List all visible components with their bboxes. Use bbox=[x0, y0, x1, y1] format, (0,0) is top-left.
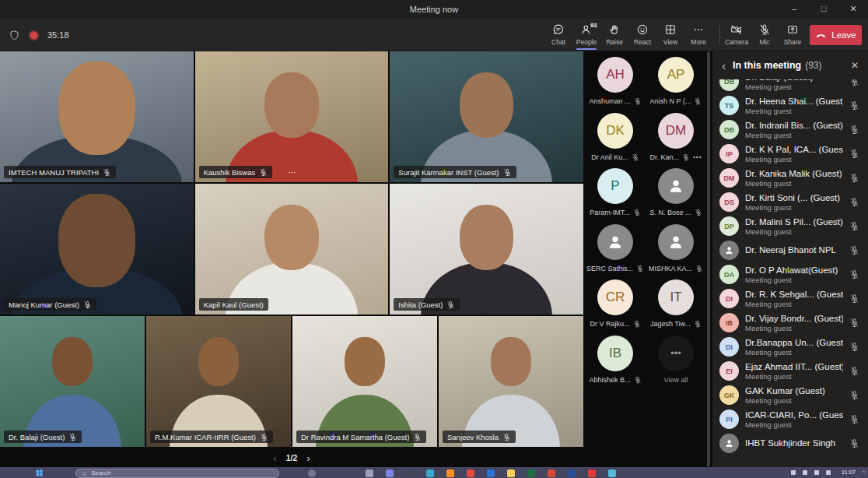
taskbar-pinned-icon[interactable] bbox=[308, 469, 316, 477]
participant-row[interactable]: Dr. Neeraj Bhanot NPL bbox=[712, 238, 868, 262]
participant-row[interactable]: IB Dr. Vijay Bondr... (Guest) Meeting gu… bbox=[712, 311, 868, 335]
participant-row[interactable]: DP Dr. Malini S Pil... (Guest) Meeting g… bbox=[712, 214, 868, 238]
avatar: CR bbox=[597, 279, 633, 315]
video-tile[interactable]: Dr Ravindra M Samartha (Guest) bbox=[292, 316, 437, 447]
toolbar-people-button[interactable]: 93 People bbox=[572, 19, 600, 51]
taskbar-icon-monitor[interactable] bbox=[406, 469, 414, 477]
taskbar-icon-folder[interactable] bbox=[507, 469, 515, 477]
taskbar-icon-excel[interactable] bbox=[527, 469, 535, 477]
taskbar-icon-word[interactable] bbox=[568, 469, 576, 477]
taskbar-icon-teams[interactable] bbox=[386, 469, 394, 477]
participant-role: Meeting guest bbox=[745, 348, 843, 357]
tile-name-label: Kapil Kaul (Guest) bbox=[199, 298, 268, 311]
taskbar-icon-outlook[interactable] bbox=[487, 469, 495, 477]
participant-row[interactable]: DA Dr. O P Ahlawat(Guest) Meeting guest bbox=[712, 262, 868, 286]
participant-row[interactable]: IHBT Sukhjinder Singh bbox=[712, 431, 868, 455]
participant-row[interactable]: DI Dr. R. K Sehgal... (Guest) Meeting gu… bbox=[712, 286, 868, 311]
audio-participant-cell[interactable]: DM Dr. Kan... ••• bbox=[646, 113, 706, 169]
meeting-toolbar: 35:18 Chat 93 People Raise React View Mo… bbox=[0, 19, 868, 51]
video-tile[interactable]: Kapil Kaul (Guest) bbox=[195, 184, 389, 315]
taskbar-icon-powerpoint[interactable] bbox=[548, 469, 555, 477]
start-button[interactable] bbox=[35, 469, 44, 477]
mic-off-icon bbox=[849, 438, 859, 448]
taskbar-icon-misc[interactable] bbox=[608, 469, 616, 477]
taskbar-search-input[interactable]: Search bbox=[75, 469, 279, 478]
participant-name: Dr. Vijay Bondr... (Guest) bbox=[745, 314, 843, 324]
more-icon[interactable]: ••• bbox=[693, 153, 702, 160]
next-page-button[interactable]: › bbox=[306, 452, 310, 464]
video-tile[interactable]: R.M.Kumar ICAR-IIRR (Guest) bbox=[146, 316, 291, 447]
people-count-badge: 93 bbox=[590, 22, 597, 29]
toolbar-button-label: React bbox=[634, 38, 651, 46]
participant-row[interactable]: DS Dr. Kirti Soni (... (Guest) Meeting g… bbox=[712, 190, 868, 214]
taskbar-icon-chrome[interactable] bbox=[467, 469, 474, 477]
toolbar-raise-button[interactable]: Raise bbox=[600, 19, 628, 51]
participant-row[interactable]: DB Dr. Indranil Bis... (Guest) Meeting g… bbox=[712, 118, 868, 142]
audio-participant-cell[interactable]: S. N. Bose ... bbox=[646, 168, 706, 224]
participant-row[interactable]: GK GAK Kumar (Guest) Meeting guest bbox=[712, 383, 868, 407]
audio-participant-cell[interactable]: P Param-IMT... bbox=[585, 168, 646, 224]
taskbar-app-icons bbox=[366, 469, 616, 477]
toolbar-view-button[interactable]: View bbox=[656, 19, 684, 51]
video-tile[interactable]: Sanjeev Khosla bbox=[439, 316, 583, 447]
video-tile[interactable]: Kaushik Biswas ⋯ bbox=[195, 51, 389, 182]
audio-participant-cell[interactable]: CR Dr V Rajku... bbox=[585, 279, 646, 336]
view-all-button[interactable]: ••• View all bbox=[646, 336, 706, 392]
participant-name: Dr Ravindra M Samartha (Guest) bbox=[301, 433, 409, 441]
participant-name: MISHKA KA... bbox=[649, 265, 692, 272]
camera-off-icon bbox=[730, 23, 743, 36]
back-icon[interactable]: ‹ bbox=[722, 60, 726, 72]
video-tile[interactable]: Manoj Kumar (Guest) bbox=[0, 184, 194, 315]
taskbar-icon-edge[interactable] bbox=[426, 469, 434, 477]
toolbar-share-button[interactable]: Share bbox=[779, 19, 807, 51]
audio-participant-cell[interactable]: AP Anish N P (... bbox=[646, 57, 706, 113]
participant-row[interactable]: EI Ejaz Ahmad IIT... (Guest) Meeting gue… bbox=[712, 359, 868, 383]
leave-button[interactable]: Leave bbox=[810, 25, 862, 45]
tray-expand-icon[interactable]: ^ bbox=[863, 469, 865, 475]
participant-row[interactable]: PI ICAR-CIARI, Po... (Guest) Meeting gue… bbox=[712, 407, 868, 431]
participant-row[interactable]: DI Dr.Banappa Un... (Guest) Meeting gues… bbox=[712, 335, 868, 359]
mic-off-icon bbox=[849, 390, 859, 400]
toolbar-more-button[interactable]: More bbox=[684, 19, 712, 51]
close-window-button[interactable]: ✕ bbox=[838, 0, 868, 19]
participant-row[interactable]: DB Dr. Balaji (Guest) Meeting guest bbox=[712, 79, 868, 93]
audio-participant-cell[interactable]: IB Abhishek B... bbox=[585, 336, 646, 392]
panel-scrollbar[interactable] bbox=[707, 51, 710, 467]
taskbar-icon-firefox[interactable] bbox=[446, 469, 454, 477]
participant-name: View all bbox=[664, 376, 688, 384]
audio-participant-cell[interactable]: DK Dr Anil Ku... bbox=[585, 113, 646, 169]
previous-page-button[interactable]: ‹ bbox=[273, 452, 276, 464]
participant-row[interactable]: IP Dr. K K Pal, ICA... (Guest) Meeting g… bbox=[712, 142, 868, 166]
participant-row[interactable]: TS Dr. Heena Shai... (Guest) Meeting gue… bbox=[712, 93, 868, 118]
participant-role: Meeting guest bbox=[745, 372, 843, 381]
toolbar-camera-button[interactable]: Camera bbox=[723, 19, 751, 51]
mic-off-icon bbox=[502, 433, 511, 441]
audio-participant-cell[interactable]: MISHKA KA... bbox=[646, 224, 706, 280]
audio-participant-cell[interactable]: IT Jagesh Tiw... bbox=[646, 279, 706, 336]
taskbar-icon-opera[interactable] bbox=[588, 469, 596, 477]
toolbar-mic-button[interactable]: Mic bbox=[751, 19, 779, 51]
participant-role: Meeting guest bbox=[745, 227, 843, 236]
video-tile[interactable]: Dr. Balaji (Guest) bbox=[0, 316, 145, 447]
tile-name-label: Kaushik Biswas bbox=[199, 166, 273, 178]
tile-more-icon[interactable]: ⋯ bbox=[289, 168, 298, 177]
toolbar-chat-button[interactable]: Chat bbox=[544, 19, 572, 51]
avatar: IB bbox=[719, 313, 739, 332]
system-tray[interactable] bbox=[791, 470, 831, 475]
video-tile[interactable]: Surajit Karmakar INST (Guest) bbox=[390, 51, 583, 182]
minimize-button[interactable]: – bbox=[779, 0, 809, 19]
search-placeholder: Search bbox=[91, 470, 110, 476]
participant-name: Dr. Malini S Pil... (Guest) bbox=[745, 217, 843, 227]
mic-off-icon bbox=[634, 376, 642, 384]
close-panel-icon[interactable]: ✕ bbox=[851, 60, 859, 71]
audio-participant-cell[interactable]: SERC Sathis... bbox=[585, 224, 646, 280]
taskbar-icon-app-window[interactable] bbox=[366, 469, 373, 477]
audio-participant-cell[interactable]: AH Anshuman ... bbox=[585, 57, 646, 113]
maximize-button[interactable]: □ bbox=[809, 0, 838, 19]
toolbar-react-button[interactable]: React bbox=[628, 19, 656, 51]
mic-off-icon bbox=[849, 293, 859, 304]
meeting-info: 35:18 bbox=[9, 19, 69, 51]
video-tile[interactable]: IMTECH MANUJ TRIPATHI bbox=[0, 51, 194, 182]
participant-row[interactable]: DM Dr. Kanika Malik (Guest) Meeting gues… bbox=[712, 166, 868, 190]
video-tile[interactable]: Ishita (Guest) bbox=[390, 184, 583, 315]
